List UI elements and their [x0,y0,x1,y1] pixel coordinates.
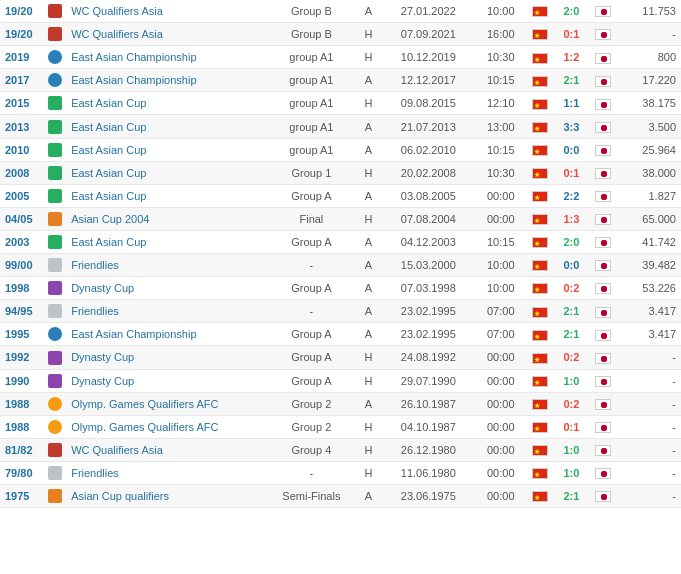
match-score[interactable]: 1:0 [550,369,593,392]
flag-japan [593,115,618,138]
match-score[interactable]: 1:0 [550,438,593,461]
table-row: 79/80 Friendlies - H 11.06.1980 00:00 ★ … [0,461,681,484]
match-group: Group 1 [266,161,357,184]
competition-name[interactable]: Asian Cup 2004 [66,207,266,230]
match-year[interactable]: 1990 [0,369,43,392]
match-date: 04.12.2003 [380,230,477,253]
competition-name[interactable]: East Asian Championship [66,69,266,92]
match-group: Semi-Finals [266,484,357,507]
match-score[interactable]: 3:3 [550,115,593,138]
match-date: 07.03.1998 [380,277,477,300]
home-away: A [357,277,380,300]
match-score[interactable]: 1:3 [550,207,593,230]
match-score[interactable]: 0:2 [550,392,593,415]
match-group: Group A [266,230,357,253]
table-row: 2005 East Asian Cup Group A A 03.08.2005… [0,184,681,207]
match-score[interactable]: 2:1 [550,300,593,323]
competition-name[interactable]: Dynasty Cup [66,369,266,392]
match-year[interactable]: 81/82 [0,438,43,461]
match-score[interactable]: 2:0 [550,230,593,253]
match-attendance: 3.417 [618,323,681,346]
match-score[interactable]: 1:1 [550,92,593,115]
match-score[interactable]: 1:2 [550,46,593,69]
match-date: 10.12.2019 [380,46,477,69]
competition-name[interactable]: WC Qualifiers Asia [66,23,266,46]
match-year[interactable]: 2003 [0,230,43,253]
match-year[interactable]: 04/05 [0,207,43,230]
match-score[interactable]: 0:2 [550,346,593,369]
competition-name[interactable]: Olymp. Games Qualifiers AFC [66,392,266,415]
match-attendance: 41.742 [618,230,681,253]
match-score[interactable]: 1:0 [550,461,593,484]
match-year[interactable]: 1988 [0,392,43,415]
match-year[interactable]: 19/20 [0,0,43,23]
competition-name[interactable]: Asian Cup qualifiers [66,484,266,507]
match-year[interactable]: 2015 [0,92,43,115]
match-year[interactable]: 1975 [0,484,43,507]
flag-china: ★ [525,184,550,207]
competition-name[interactable]: East Asian Championship [66,46,266,69]
match-year[interactable]: 2013 [0,115,43,138]
competition-name[interactable]: WC Qualifiers Asia [66,0,266,23]
match-year[interactable]: 19/20 [0,23,43,46]
competition-name[interactable]: East Asian Cup [66,161,266,184]
match-time: 00:00 [477,461,525,484]
match-attendance: - [618,392,681,415]
table-row: 2019 East Asian Championship group A1 H … [0,46,681,69]
home-away: H [357,369,380,392]
match-score[interactable]: 0:1 [550,415,593,438]
match-year[interactable]: 94/95 [0,300,43,323]
match-date: 26.10.1987 [380,392,477,415]
match-year[interactable]: 2019 [0,46,43,69]
match-group: group A1 [266,69,357,92]
flag-china: ★ [525,392,550,415]
competition-name[interactable]: Olymp. Games Qualifiers AFC [66,415,266,438]
match-year[interactable]: 1988 [0,415,43,438]
competition-name[interactable]: East Asian Cup [66,92,266,115]
match-year[interactable]: 1992 [0,346,43,369]
match-score[interactable]: 0:2 [550,277,593,300]
match-attendance: 800 [618,46,681,69]
match-score[interactable]: 2:1 [550,323,593,346]
home-away: A [357,69,380,92]
competition-name[interactable]: Friendlies [66,300,266,323]
flag-china: ★ [525,438,550,461]
home-away: A [357,115,380,138]
match-score[interactable]: 0:1 [550,23,593,46]
match-date: 15.03.2000 [380,254,477,277]
competition-icon [43,254,66,277]
match-score[interactable]: 0:0 [550,254,593,277]
competition-name[interactable]: Dynasty Cup [66,346,266,369]
competition-name[interactable]: East Asian Cup [66,184,266,207]
match-year[interactable]: 2005 [0,184,43,207]
match-year[interactable]: 99/00 [0,254,43,277]
competition-name[interactable]: Dynasty Cup [66,277,266,300]
competition-name[interactable]: East Asian Cup [66,230,266,253]
match-score[interactable]: 0:1 [550,161,593,184]
match-year[interactable]: 2010 [0,138,43,161]
match-score[interactable]: 2:0 [550,0,593,23]
match-attendance: - [618,415,681,438]
flag-china: ★ [525,230,550,253]
match-year[interactable]: 1998 [0,277,43,300]
match-score[interactable]: 2:2 [550,184,593,207]
home-away: A [357,230,380,253]
flag-china: ★ [525,484,550,507]
match-score[interactable]: 2:1 [550,484,593,507]
match-score[interactable]: 0:0 [550,138,593,161]
flag-japan [593,138,618,161]
match-year[interactable]: 2017 [0,69,43,92]
competition-name[interactable]: WC Qualifiers Asia [66,438,266,461]
competition-name[interactable]: East Asian Cup [66,115,266,138]
competition-name[interactable]: Friendlies [66,461,266,484]
match-score[interactable]: 2:1 [550,69,593,92]
home-away: H [357,23,380,46]
match-year[interactable]: 1995 [0,323,43,346]
match-year[interactable]: 79/80 [0,461,43,484]
flag-japan [593,92,618,115]
competition-name[interactable]: East Asian Championship [66,323,266,346]
match-year[interactable]: 2008 [0,161,43,184]
match-attendance: 25.964 [618,138,681,161]
competition-name[interactable]: East Asian Cup [66,138,266,161]
competition-name[interactable]: Friendlies [66,254,266,277]
